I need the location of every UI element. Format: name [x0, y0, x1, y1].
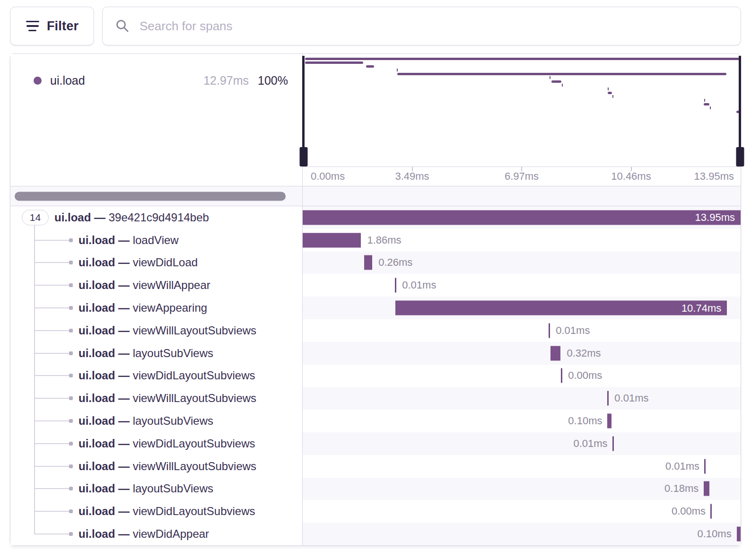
span-duration-tick[interactable] [704, 459, 706, 473]
span-tree-row[interactable]: ui.load — loadView [10, 229, 302, 252]
tree-scrollbar-thumb[interactable] [15, 192, 286, 201]
minimap-span-tick [550, 76, 550, 79]
span-tree-row-root[interactable]: 14ui.load — 39e421c9d4914beb [10, 206, 302, 229]
span-duration-label: 0.00ms [672, 505, 706, 517]
minimap-span-tick [704, 99, 705, 102]
tree-scrollbar-track[interactable] [10, 186, 303, 206]
span-tree-row[interactable]: ui.load — viewDidLayoutSubviews [10, 365, 302, 387]
trace-panel: ui.load 12.97ms 100% 0.00ms3.49ms6.97ms1… [10, 53, 741, 546]
span-op-color-dot [34, 77, 42, 85]
span-label: ui.load — viewWillLayoutSubviews [79, 324, 256, 337]
span-duration-bar[interactable] [607, 414, 611, 429]
child-count-badge[interactable]: 14 [22, 210, 49, 225]
span-duration-tick[interactable] [395, 278, 396, 293]
trace-minimap[interactable] [303, 54, 741, 166]
span-waterfall: 13.95ms1.86ms0.26ms0.01ms10.74ms0.01ms0.… [303, 206, 741, 545]
span-tree-row[interactable]: ui.load — viewWillAppear [10, 274, 302, 297]
span-label: ui.load — viewWillLayoutSubviews [79, 392, 256, 405]
minimap-left-handle[interactable] [302, 56, 305, 166]
search-input[interactable] [139, 18, 728, 34]
tree-connector-line [34, 488, 71, 489]
minimap-span-tick [397, 69, 398, 71]
waterfall-row[interactable]: 0.32ms [303, 342, 741, 365]
minimap-left-grip[interactable] [299, 147, 307, 166]
span-duration-tick[interactable] [710, 504, 712, 519]
span-duration-label: 0.10ms [568, 415, 602, 427]
tree-connector-dot [69, 306, 73, 310]
legend-row[interactable]: ui.load 12.97ms 100% [34, 74, 288, 88]
scrollbar-row-spacer [303, 186, 741, 206]
tree-connector-dot [69, 532, 73, 536]
span-duration-label: 0.01ms [573, 438, 607, 450]
span-duration-bar[interactable]: 13.95ms [303, 210, 741, 225]
span-duration-bar[interactable]: 10.74ms [395, 301, 727, 315]
span-tree-row[interactable]: ui.load — viewDidLayoutSubviews [10, 500, 302, 523]
tree-connector-line [34, 262, 71, 263]
waterfall-row[interactable]: 1.86ms [303, 229, 741, 252]
axis-tick-mark [631, 167, 632, 171]
tree-connector-line [34, 307, 71, 308]
minimap-span-bar [608, 92, 611, 94]
waterfall-row[interactable]: 0.01ms [303, 432, 741, 455]
span-duration-label: 0.00ms [568, 369, 602, 382]
waterfall-row[interactable]: 0.10ms [303, 410, 741, 432]
span-duration-label: 0.01ms [402, 279, 436, 291]
span-tree-row[interactable]: ui.load — layoutSubViews [10, 342, 302, 365]
waterfall-row[interactable]: 0.01ms [303, 319, 741, 342]
minimap-right-handle[interactable] [739, 56, 741, 166]
span-duration-label: 0.01ms [665, 460, 699, 472]
span-label: ui.load — 39e421c9d4914beb [54, 211, 209, 224]
span-duration-tick[interactable] [561, 368, 562, 383]
axis-label: 6.97ms [505, 170, 539, 183]
scrollbar-row [10, 186, 741, 206]
span-label: ui.load — layoutSubViews [79, 482, 213, 495]
waterfall-row[interactable]: 13.95ms [303, 206, 741, 229]
tree-connector-dot [69, 329, 73, 332]
span-tree-row[interactable]: ui.load — viewAppearing [10, 297, 302, 319]
tree-connector-dot [69, 396, 73, 400]
axis-tick-mark [521, 167, 522, 171]
span-duration-tick[interactable] [612, 436, 614, 451]
minimap-span-bar [551, 80, 561, 83]
span-tree-row[interactable]: ui.load — layoutSubViews [10, 478, 302, 500]
waterfall-row[interactable]: 0.26ms [303, 252, 741, 274]
span-duration-tick[interactable] [549, 323, 550, 338]
waterfall-row[interactable]: 0.01ms [303, 274, 741, 297]
tree-connector-dot [69, 374, 73, 377]
minimap-span-tick [710, 106, 711, 109]
legend-panel: ui.load 12.97ms 100% [10, 54, 303, 186]
waterfall-row[interactable]: 0.01ms [303, 387, 741, 410]
waterfall-row[interactable]: 0.18ms [303, 478, 741, 500]
span-tree-row[interactable]: ui.load — viewDidAppear [10, 523, 302, 545]
minimap-right-grip[interactable] [736, 147, 744, 166]
minimap-span-tick [608, 88, 609, 90]
span-tree-row[interactable]: ui.load — viewDidLayoutSubviews [10, 432, 302, 455]
minimap-span-bar [397, 73, 726, 75]
toolbar: Filter [10, 7, 741, 45]
span-tree-row[interactable]: ui.load — viewDidLoad [10, 252, 302, 274]
span-duration-bar[interactable] [550, 346, 560, 360]
span-label: ui.load — loadView [79, 234, 179, 247]
span-tree-row[interactable]: ui.load — viewWillLayoutSubviews [10, 387, 302, 410]
span-duration-label: 0.32ms [567, 347, 601, 359]
span-duration-bar[interactable] [737, 527, 741, 542]
span-tree-row[interactable]: ui.load — layoutSubViews [10, 410, 302, 432]
minimap-span-bar [704, 103, 709, 105]
span-duration-bar[interactable] [303, 233, 361, 247]
span-duration-bar[interactable] [364, 255, 373, 270]
tree-connector-line [34, 443, 71, 444]
waterfall-row[interactable]: 0.10ms [303, 523, 741, 545]
span-tree-row[interactable]: ui.load — viewWillLayoutSubviews [10, 455, 302, 478]
span-duration-tick[interactable] [607, 391, 609, 406]
filter-button[interactable]: Filter [10, 7, 94, 45]
waterfall-row[interactable]: 0.00ms [303, 365, 741, 387]
legend-op-name: ui.load [50, 74, 203, 88]
minimap-panel: 0.00ms3.49ms6.97ms10.46ms13.95ms [303, 54, 741, 186]
waterfall-row[interactable]: 0.01ms [303, 455, 741, 478]
waterfall-row[interactable]: 0.00ms [303, 500, 741, 523]
span-tree-row[interactable]: ui.load — viewWillLayoutSubviews [10, 319, 302, 342]
waterfall-row[interactable]: 10.74ms [303, 297, 741, 319]
span-duration-bar[interactable] [704, 481, 709, 496]
span-duration-label: 0.01ms [556, 324, 590, 337]
search-box[interactable] [102, 7, 741, 45]
